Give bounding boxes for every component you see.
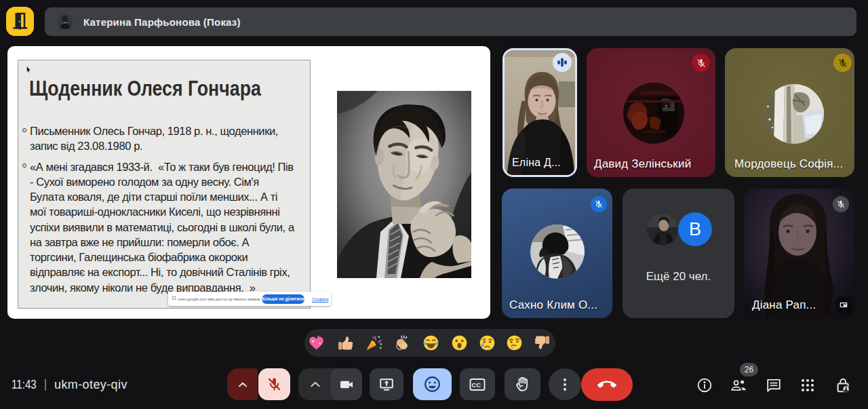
svg-text:7: 7 bbox=[665, 104, 667, 109]
svg-text:CC: CC bbox=[472, 381, 481, 389]
